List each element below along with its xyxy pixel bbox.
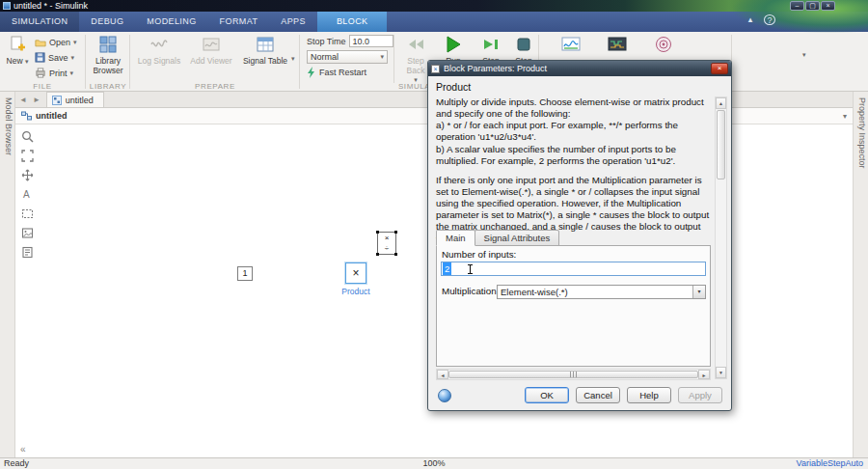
data-inspector-button[interactable]	[552, 34, 590, 57]
description-paragraph: Multiply or divide inputs. Choose elemen…	[436, 97, 711, 120]
image-icon[interactable]	[19, 225, 36, 241]
stop-time-input[interactable]: 10.0	[349, 35, 393, 47]
tab-block[interactable]: BLOCK	[317, 12, 388, 32]
print-button-label: Print	[49, 69, 68, 78]
collapse-panel-icon[interactable]: «	[20, 444, 26, 455]
scroll-down-icon[interactable]: ▼	[716, 367, 726, 378]
constant-block[interactable]: 1	[237, 266, 253, 281]
sim-mode-row: Normal ▾	[307, 49, 388, 64]
simulation-mode-dropdown[interactable]: Normal ▾	[307, 50, 388, 64]
add-viewer-icon	[203, 34, 220, 55]
tab-main[interactable]: Main	[436, 230, 475, 246]
zoom-icon[interactable]	[19, 128, 36, 145]
dragged-product-block[interactable]: × ÷	[377, 232, 396, 255]
close-window-button[interactable]: ×	[821, 1, 835, 11]
new-button[interactable]: New ▾	[2, 34, 33, 67]
scroll-left-icon[interactable]: ◄	[437, 370, 448, 379]
area-box-icon[interactable]	[19, 206, 36, 222]
help-button[interactable]: Help	[627, 387, 671, 403]
minimize-button[interactable]: –	[790, 1, 804, 11]
dialog-vertical-scrollbar[interactable]: ▲ ▼	[715, 97, 727, 379]
open-button[interactable]: Open ▾	[35, 35, 77, 49]
caret-down-icon: ▾	[71, 54, 75, 62]
dialog-titlebar[interactable]: × Block Parameters: Product ×	[428, 61, 731, 76]
document-tab-untitled[interactable]: untitled	[46, 92, 104, 107]
print-icon	[35, 68, 46, 78]
run-icon	[446, 34, 461, 55]
signal-table-button[interactable]: Signal Table	[239, 34, 291, 67]
cancel-button[interactable]: Cancel	[576, 387, 620, 403]
multiplication-dropdown[interactable]: Element-wise(.*) ▾	[497, 285, 706, 299]
product-block-label: Product	[332, 287, 380, 296]
minimize-ribbon-icon[interactable]: ▴	[745, 14, 756, 25]
product-block[interactable]: ×	[345, 262, 366, 284]
tab-format[interactable]: FORMAT	[208, 12, 270, 32]
more-tools-icon[interactable]: ▾	[802, 51, 806, 59]
selected-text: 2	[443, 262, 451, 275]
fit-to-view-icon[interactable]	[19, 148, 36, 164]
window-titlebar: untitled * - Simulink	[0, 0, 868, 12]
open-folder-icon	[35, 38, 46, 47]
horizontal-scroll-thumb[interactable]	[448, 371, 698, 378]
dialog-close-button[interactable]: ×	[711, 63, 728, 74]
tab-apps[interactable]: APPS	[269, 12, 317, 32]
logic-analyzer-button[interactable]	[598, 34, 637, 57]
add-viewer-button: Add Viewer	[187, 34, 235, 67]
pan-icon[interactable]	[19, 167, 36, 183]
tab-signal-attributes[interactable]: Signal Attributes	[475, 230, 560, 246]
tab-nav-forward-icon[interactable]: ►	[33, 96, 41, 104]
gallery-expand-icon[interactable]: ▾	[291, 55, 295, 63]
breadcrumb-item-untitled[interactable]: untitled	[36, 111, 68, 121]
stop-time-label: Stop Time	[307, 37, 346, 46]
tab-simulation[interactable]: SIMULATION	[0, 12, 79, 32]
step-back-icon	[407, 34, 424, 55]
simulation-mode-value: Normal	[311, 52, 339, 62]
number-of-inputs-input[interactable]: 2	[441, 262, 706, 276]
caret-down-icon: ▾	[380, 53, 384, 61]
group-file: New ▾ Open ▾ Save ▾ Print ▾ FILE	[0, 32, 85, 92]
selection-handle	[376, 253, 379, 256]
fast-restart-icon	[307, 67, 316, 78]
save-disk-icon	[35, 52, 45, 63]
tab-modeling[interactable]: MODELING	[135, 12, 207, 32]
status-bar: Ready 100% VariableStepAuto	[0, 457, 868, 469]
multiplication-label: Multiplication:	[442, 286, 499, 296]
save-button-label: Save	[48, 53, 68, 63]
log-signals-label: Log Signals	[138, 57, 180, 67]
maximize-button[interactable]: ▢	[805, 1, 820, 11]
fast-restart-label: Fast Restart	[319, 68, 366, 77]
model-browser-strip[interactable]: Model Browser	[0, 92, 15, 457]
ribbon-tab-bar: SIMULATION DEBUG MODELING FORMAT APPS BL…	[0, 12, 868, 32]
dialog-horizontal-scrollbar[interactable]: ◄ ►	[436, 369, 711, 380]
help-icon[interactable]: ?	[764, 14, 775, 25]
group-prepare-label: PREPARE	[131, 82, 299, 91]
dialog-body: Product Multiply or divide inputs. Choos…	[429, 76, 730, 409]
caret-down-icon: ▾	[692, 286, 705, 298]
print-button[interactable]: Print ▾	[35, 66, 73, 80]
window-title: untitled * - Simulink	[14, 0, 88, 12]
product-symbol: ×	[378, 234, 395, 242]
ok-button[interactable]: OK	[525, 387, 569, 403]
library-browser-button[interactable]: Library Browser	[89, 34, 127, 76]
vertical-scroll-thumb[interactable]	[717, 110, 725, 179]
property-inspector-strip[interactable]: Property Inspector	[853, 92, 868, 457]
canvas-tool-palette: A	[19, 128, 36, 261]
scroll-up-icon[interactable]: ▲	[716, 97, 726, 109]
tab-debug[interactable]: DEBUG	[79, 12, 135, 32]
caret-down-icon: ▾	[25, 58, 29, 65]
save-button[interactable]: Save ▾	[35, 50, 74, 65]
viewmarks-icon[interactable]	[19, 244, 36, 261]
fast-restart-toggle[interactable]: Fast Restart	[307, 65, 366, 79]
tab-nav-back-icon[interactable]: ◄	[19, 96, 27, 104]
open-button-label: Open	[49, 38, 70, 47]
birdseye-scope-button[interactable]	[644, 34, 683, 57]
annotation-icon[interactable]: A	[19, 186, 36, 203]
property-inspector-label: Property Inspector	[855, 97, 867, 169]
scroll-right-icon[interactable]: ►	[698, 370, 710, 379]
document-tab-label: untitled	[66, 96, 94, 105]
solver-indicator[interactable]: VariableStepAuto	[797, 458, 863, 469]
description-paragraph: a) * or / for each input port. For examp…	[436, 120, 711, 143]
birdseye-scope-icon	[654, 34, 673, 55]
data-inspector-icon	[561, 34, 581, 55]
breadcrumb-expand-icon[interactable]: ▾	[843, 112, 847, 121]
